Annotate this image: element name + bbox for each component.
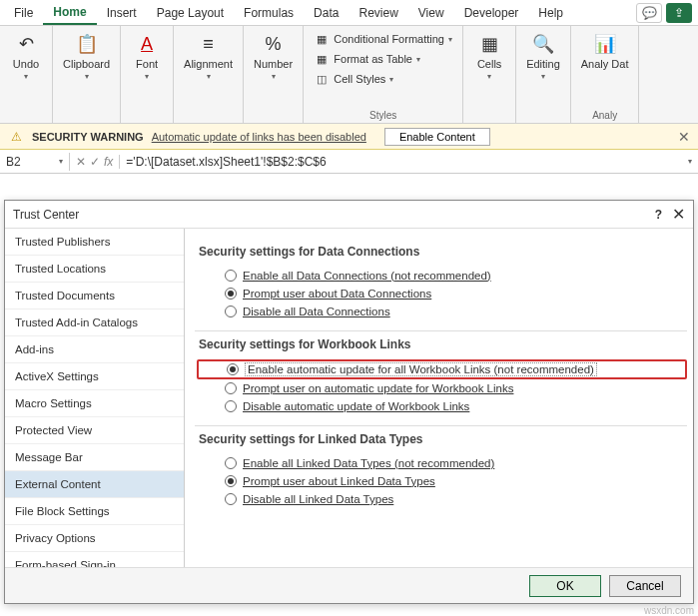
nav-macro-settings[interactable]: Macro Settings xyxy=(5,390,184,417)
editing-button[interactable]: 🔍 Editing ▾ xyxy=(522,30,564,83)
section-workbook-links: Security settings for Workbook Links xyxy=(199,337,693,351)
radio-disable-workbook-links[interactable]: Disable automatic update of Workbook Lin… xyxy=(195,397,693,415)
nav-activex-settings[interactable]: ActiveX Settings xyxy=(5,363,184,390)
radio-prompt-linked-data-types[interactable]: Prompt user about Linked Data Types xyxy=(195,472,693,490)
enable-content-button[interactable]: Enable Content xyxy=(384,128,490,146)
nav-trusted-addin-catalogs[interactable]: Trusted Add-in Catalogs xyxy=(5,309,184,336)
cancel-icon[interactable]: ✕ xyxy=(76,155,86,169)
undo-icon: ↶ xyxy=(14,32,38,56)
cell-styles-button[interactable]: ◫ Cell Styles ▾ xyxy=(312,70,454,88)
expand-formula-icon[interactable]: ▾ xyxy=(682,157,698,166)
ribbon-group-clipboard: 📋 Clipboard ▾ xyxy=(53,26,121,123)
security-warning-title: SECURITY WARNING xyxy=(32,131,144,143)
nav-trusted-documents[interactable]: Trusted Documents xyxy=(5,283,184,309)
nav-external-content[interactable]: External Content xyxy=(5,471,184,498)
radio-icon xyxy=(225,457,237,469)
comment-icon: 💬 xyxy=(642,6,657,20)
close-warning-button[interactable]: ✕ xyxy=(678,129,690,145)
radio-prompt-workbook-links[interactable]: Prompt user on automatic update for Work… xyxy=(195,379,693,397)
chart-icon: 📊 xyxy=(593,32,617,56)
radio-icon xyxy=(225,493,237,505)
nav-add-ins[interactable]: Add-ins xyxy=(5,336,184,363)
chevron-down-icon: ▾ xyxy=(207,72,211,81)
cells-icon: ▦ xyxy=(477,32,501,56)
menubar: File Home Insert Page Layout Formulas Da… xyxy=(0,0,698,26)
number-button[interactable]: % Number ▾ xyxy=(250,30,297,83)
close-button[interactable]: ✕ xyxy=(672,205,685,224)
formula-input[interactable]: ='D:\[Dataset.xlsx]Sheet1'!$B$2:$C$6 xyxy=(120,153,682,171)
ribbon-group-cells: ▦ Cells ▾ xyxy=(463,26,516,123)
menu-file[interactable]: File xyxy=(4,2,43,24)
enter-icon[interactable]: ✓ xyxy=(90,155,100,169)
font-button[interactable]: A Font ▾ xyxy=(127,30,167,83)
share-icon: ⇪ xyxy=(674,6,684,20)
menu-review[interactable]: Review xyxy=(349,2,407,24)
menu-home[interactable]: Home xyxy=(43,1,96,25)
chevron-down-icon: ▾ xyxy=(24,72,28,81)
nav-file-block-settings[interactable]: File Block Settings xyxy=(5,498,184,525)
chevron-down-icon: ▾ xyxy=(85,72,89,81)
nav-message-bar[interactable]: Message Bar xyxy=(5,444,184,471)
alignment-button[interactable]: ≡ Alignment ▾ xyxy=(180,30,237,83)
menu-help[interactable]: Help xyxy=(528,2,573,24)
menu-view[interactable]: View xyxy=(408,2,454,24)
radio-icon xyxy=(225,270,237,282)
radio-prompt-data-connections[interactable]: Prompt user about Data Connections xyxy=(195,285,693,303)
security-warning-bar: ⚠ SECURITY WARNING Automatic update of l… xyxy=(0,124,698,150)
nav-form-based-signin[interactable]: Form-based Sign-in xyxy=(5,552,184,567)
menu-formulas[interactable]: Formulas xyxy=(234,2,304,24)
radio-enable-linked-data-types[interactable]: Enable all Linked Data Types (not recomm… xyxy=(195,454,693,472)
dialog-title: Trust Center xyxy=(13,208,79,222)
content-pane[interactable]: Security settings for Data Connections E… xyxy=(185,229,693,567)
menu-page-layout[interactable]: Page Layout xyxy=(147,2,234,24)
nav-trusted-locations[interactable]: Trusted Locations xyxy=(5,256,184,283)
editing-icon: 🔍 xyxy=(531,32,555,56)
ribbon-group-analyze: 📊 Analy Dat Analy xyxy=(571,26,640,123)
clipboard-icon: 📋 xyxy=(75,32,99,56)
cell-styles-icon: ◫ xyxy=(314,71,330,87)
menu-data[interactable]: Data xyxy=(304,2,349,24)
radio-enable-workbook-links[interactable]: Enable automatic update for all Workbook… xyxy=(197,359,687,379)
radio-icon xyxy=(225,400,237,412)
percent-icon: % xyxy=(262,32,286,56)
cancel-button[interactable]: Cancel xyxy=(609,575,681,597)
chevron-down-icon: ▾ xyxy=(389,75,393,84)
conditional-formatting-button[interactable]: ▦ Conditional Formatting ▾ xyxy=(312,30,454,48)
ok-button[interactable]: OK xyxy=(529,575,601,597)
menu-developer[interactable]: Developer xyxy=(454,2,529,24)
section-data-connections: Security settings for Data Connections xyxy=(199,245,693,259)
chevron-down-icon: ▾ xyxy=(448,35,452,44)
radio-disable-linked-data-types[interactable]: Disable all Linked Data Types xyxy=(195,490,693,508)
nav-trusted-publishers[interactable]: Trusted Publishers xyxy=(5,229,184,256)
chevron-down-icon: ▾ xyxy=(145,72,149,81)
radio-enable-all-data-connections[interactable]: Enable all Data Connections (not recomme… xyxy=(195,267,693,285)
security-warning-message[interactable]: Automatic update of links has been disab… xyxy=(152,131,366,143)
radio-icon xyxy=(225,382,237,394)
format-as-table-button[interactable]: ▦ Format as Table ▾ xyxy=(312,50,454,68)
dialog-body: Trusted Publishers Trusted Locations Tru… xyxy=(5,229,693,567)
undo-button[interactable]: ↶ Undo ▾ xyxy=(6,30,46,83)
clipboard-button[interactable]: 📋 Clipboard ▾ xyxy=(59,30,114,83)
ribbon-group-font: A Font ▾ xyxy=(121,26,174,123)
ribbon-group-number: % Number ▾ xyxy=(244,26,304,123)
chevron-down-icon: ▾ xyxy=(416,55,420,64)
ribbon-group-alignment: ≡ Alignment ▾ xyxy=(174,26,244,123)
nav-pane[interactable]: Trusted Publishers Trusted Locations Tru… xyxy=(5,229,185,567)
analyze-data-button[interactable]: 📊 Analy Dat xyxy=(577,30,633,72)
comments-button[interactable]: 💬 xyxy=(636,3,662,23)
nav-privacy-options[interactable]: Privacy Options xyxy=(5,525,184,552)
share-button[interactable]: ⇪ xyxy=(666,3,692,23)
help-button[interactable]: ? xyxy=(655,208,662,222)
conditional-formatting-icon: ▦ xyxy=(314,31,330,47)
ribbon: ↶ Undo ▾ 📋 Clipboard ▾ A Font ▾ xyxy=(0,26,698,124)
menu-insert[interactable]: Insert xyxy=(97,2,147,24)
chevron-down-icon: ▾ xyxy=(272,72,276,81)
alignment-icon: ≡ xyxy=(197,32,221,56)
fx-icon[interactable]: fx xyxy=(104,155,113,169)
radio-icon xyxy=(225,475,237,487)
radio-disable-data-connections[interactable]: Disable all Data Connections xyxy=(195,303,693,320)
nav-protected-view[interactable]: Protected View xyxy=(5,417,184,444)
section-linked-data-types: Security settings for Linked Data Types xyxy=(199,432,693,446)
cells-button[interactable]: ▦ Cells ▾ xyxy=(469,30,509,83)
name-box[interactable]: B2 ▾ xyxy=(0,153,70,171)
